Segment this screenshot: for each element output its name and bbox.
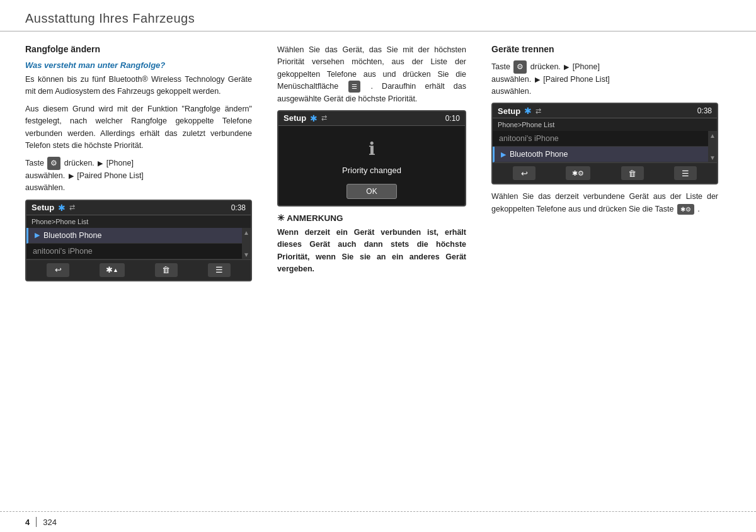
gear-icon-right <box>517 61 524 73</box>
screen2-popup: ℹ Priority changed OK <box>278 126 465 205</box>
screen1-item1-label: Bluetooth Phone <box>43 231 101 240</box>
screen3-scroll-down-icon: ▼ <box>709 154 716 161</box>
screen1-list: ▶ Bluetooth Phone anitooni's iPhone <box>26 228 242 259</box>
page-header: Ausstattung Ihres Fahrzeugs <box>0 0 756 31</box>
right-instruction: Taste drücken. ▶ [Phone] auswählen. ▶ [P… <box>491 60 718 98</box>
screen1-bt-btn[interactable]: ✱▲ <box>100 263 125 277</box>
screen3-item-2: ▶ Bluetooth Phone <box>493 147 708 162</box>
screen3-item2-label: Bluetooth Phone <box>510 150 568 159</box>
priority-btn-center <box>348 81 360 93</box>
screen3-title: Setup <box>498 106 520 116</box>
screen1-back-btn[interactable]: ↩ <box>47 263 69 277</box>
screen3-subtitle: Phone>Phone List <box>493 118 717 131</box>
screen1-topbar: Setup ✱ ⇄ 0:38 <box>26 201 251 215</box>
screen3-bt-icon: ✱ <box>524 106 532 116</box>
arrow-right-1: ▶ <box>98 158 103 169</box>
screen1-delete-btn[interactable]: 🗑 <box>155 263 178 277</box>
page-footer: 4 324 <box>0 511 756 532</box>
screen2-title: Setup <box>284 113 306 123</box>
screen-mockup-3: Setup ✱ ⇄ 0:38 Phone>Phone List anitooni… <box>491 103 718 184</box>
right-instruction-item1: [Phone] <box>573 62 600 71</box>
instruction-pre: Taste <box>25 159 44 167</box>
right-instruction-auswahlen-pre: auswählen. <box>491 75 531 84</box>
screen3-time: 0:38 <box>697 106 712 115</box>
screen3-bottom-bar: ↩ ✱⚙ 🗑 ☰ <box>493 162 717 183</box>
screen3-topbar-left: Setup ✱ ⇄ <box>498 106 541 116</box>
instruction-item1: [Phone] <box>106 159 134 167</box>
screen-mockup-2: Setup ✱ ⇄ 0:10 ℹ Priority changed OK <box>277 110 466 207</box>
page-title: Ausstattung Ihres Fahrzeugs <box>25 11 195 25</box>
screen2-time: 0:10 <box>445 114 460 123</box>
right-instruction-pre: Taste <box>491 62 510 71</box>
screen3-menu-btn[interactable]: ☰ <box>674 166 697 180</box>
right-para-after-end: . <box>697 205 699 213</box>
anmerkung-title: ✳ ANMERKUNG <box>277 213 466 223</box>
left-para2: Aus diesem Grund wird mit der Funktion "… <box>25 103 252 152</box>
scroll-up-icon: ▲ <box>243 229 249 236</box>
right-column: Geräte trennen Taste drücken. ▶ [Phone] … <box>479 44 718 288</box>
right-instruction-mid: drücken. <box>530 62 561 71</box>
right-instruction-item2: [Paired Phone List] <box>543 75 610 84</box>
info-icon: ℹ <box>369 139 375 159</box>
screen3-bt-settings-btn[interactable]: ✱⚙ <box>566 166 590 180</box>
right-section-title: Geräte trennen <box>491 44 718 54</box>
footer-chapter: 4 <box>25 518 30 527</box>
footer-separator <box>36 517 37 527</box>
right-arrow-2: ▶ <box>535 74 540 85</box>
screen-mockup-1: Setup ✱ ⇄ 0:38 Phone>Phone List ▶ Blueto… <box>25 200 252 281</box>
instruction-auswahlen-pre: auswählen. <box>25 171 65 180</box>
left-section-title: Rangfolge ändern <box>25 44 252 54</box>
screen3-item1-label: anitooni's iPhone <box>499 134 559 143</box>
screen3-item-1: anitooni's iPhone <box>493 131 708 147</box>
screen3-delete-btn[interactable]: 🗑 <box>621 166 644 180</box>
screen1-bt-icon: ✱ <box>58 203 66 213</box>
content-area: Rangfolge ändern Was versteht man unter … <box>0 31 756 288</box>
arrow-right-2: ▶ <box>69 171 74 181</box>
screen3-list: anitooni's iPhone ▶ Bluetooth Phone <box>493 131 708 162</box>
screen1-list-row: ▶ Bluetooth Phone anitooni's iPhone ▲ ▼ <box>26 228 251 259</box>
screen2-topbar: Setup ✱ ⇄ 0:10 <box>278 111 465 126</box>
screen2-arrows-icon: ⇄ <box>321 114 327 122</box>
footer-page: 324 <box>43 518 57 527</box>
center-column: Wählen Sie das Gerät, das Sie mit der hö… <box>265 44 479 288</box>
gear-button-right <box>513 60 527 74</box>
scroll-down-icon: ▼ <box>243 251 249 258</box>
instruction-mid: drücken. <box>64 159 94 167</box>
right-arrow-1: ▶ <box>564 62 569 72</box>
screen3-list-row: anitooni's iPhone ▶ Bluetooth Phone ▲ ▼ <box>493 131 717 162</box>
gear-icon <box>50 157 57 169</box>
left-instruction: Taste drücken. ▶ [Phone] auswählen. ▶ [P… <box>25 157 252 194</box>
instruction-auswahlen: auswählen. <box>25 183 65 192</box>
screen3-scroll-up-icon: ▲ <box>709 132 716 139</box>
left-subsection-title: Was versteht man unter Rangfolge? <box>25 60 252 70</box>
screen1-menu-btn[interactable]: ☰ <box>208 263 231 277</box>
screen1-arrows-icon: ⇄ <box>69 203 75 212</box>
screen3-back-btn[interactable]: ↩ <box>513 166 536 180</box>
left-para1: Es können bis zu fünf Bluetooth® Wireles… <box>25 74 252 98</box>
screen1-subtitle: Phone>Phone List <box>26 215 251 228</box>
screen1-bottom-bar: ↩ ✱▲ 🗑 ☰ <box>26 259 251 280</box>
left-column: Rangfolge ändern Was versteht man unter … <box>25 44 265 288</box>
screen2-topbar-left: Setup ✱ ⇄ <box>284 113 327 123</box>
instruction-item2: [Paired Phone List] <box>77 171 144 180</box>
screen1-item-1: ▶ Bluetooth Phone <box>26 228 242 244</box>
popup-message: Priority changed <box>342 166 401 175</box>
menu-icon <box>352 81 357 92</box>
screen1-time: 0:38 <box>231 203 246 212</box>
bt-settings-btn-inline: ✱⚙ <box>677 204 694 215</box>
screen2-bt-icon: ✱ <box>310 113 318 123</box>
screen1-item-2: anitooni's iPhone <box>26 244 242 259</box>
screen1-scrollbar: ▲ ▼ <box>242 228 251 259</box>
screen3-topbar: Setup ✱ ⇄ 0:38 <box>493 104 717 118</box>
screen1-topbar-left: Setup ✱ ⇄ <box>32 203 75 213</box>
popup-ok-button[interactable]: OK <box>346 184 396 199</box>
screen1-item2-label: anitooni's iPhone <box>33 247 93 256</box>
right-para-after: Wählen Sie das derzeit verbundene Gerät … <box>491 191 718 215</box>
anmerkung-text: Wenn derzeit ein Gerät verbunden ist, er… <box>277 227 466 276</box>
screen3-scrollbar: ▲ ▼ <box>708 131 717 162</box>
right-instruction-auswahlen: auswählen. <box>491 87 531 96</box>
screen1-item1-arrow: ▶ <box>35 231 40 239</box>
screen3-arrows-icon: ⇄ <box>536 107 541 115</box>
gear-button-left <box>47 157 60 170</box>
screen3-item2-arrow: ▶ <box>501 150 506 159</box>
